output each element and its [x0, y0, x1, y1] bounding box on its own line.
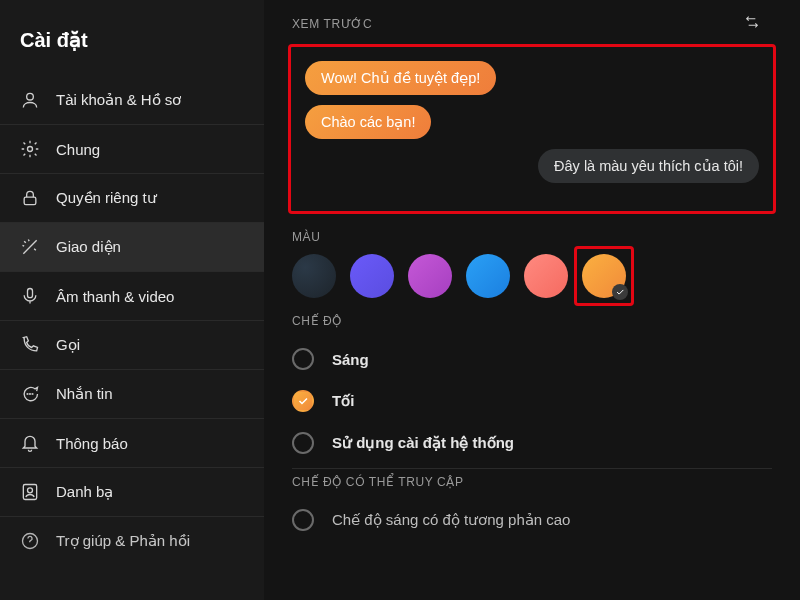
- sidebar-item-audio-video[interactable]: Âm thanh & video: [0, 272, 264, 321]
- check-icon: [612, 284, 628, 300]
- settings-title: Cài đặt: [0, 18, 264, 76]
- sidebar-item-label: Chung: [56, 141, 100, 158]
- bell-icon: [20, 433, 40, 453]
- sidebar-item-account[interactable]: Tài khoản & Hồ sơ: [0, 76, 264, 125]
- sidebar-item-label: Quyền riêng tư: [56, 189, 157, 207]
- accessibility-option-label: Chế độ sáng có độ tương phản cao: [332, 511, 570, 529]
- sidebar-item-messaging[interactable]: Nhắn tin: [0, 370, 264, 419]
- color-swatch-purple[interactable]: [350, 254, 394, 298]
- mode-option-label: Sáng: [332, 351, 369, 368]
- swap-sides-icon[interactable]: [744, 14, 760, 34]
- sidebar-item-label: Trợ giúp & Phản hồi: [56, 532, 190, 550]
- sidebar-item-label: Âm thanh & video: [56, 288, 174, 305]
- svg-point-6: [32, 394, 33, 395]
- sidebar-item-help[interactable]: Trợ giúp & Phản hồi: [0, 517, 264, 565]
- sidebar-item-label: Giao diện: [56, 238, 121, 256]
- mode-section-label: CHẾ ĐỘ: [292, 314, 772, 338]
- radio-unselected-icon: [292, 348, 314, 370]
- sidebar-item-label: Danh bạ: [56, 483, 113, 501]
- mode-option-label: Sử dụng cài đặt hệ thống: [332, 434, 514, 452]
- svg-point-4: [27, 394, 28, 395]
- svg-point-1: [28, 147, 33, 152]
- chat-icon: [20, 384, 40, 404]
- svg-rect-7: [23, 485, 36, 500]
- svg-point-0: [27, 93, 34, 100]
- mode-option-system[interactable]: Sử dụng cài đặt hệ thống: [292, 422, 772, 464]
- settings-sidebar: Cài đặt Tài khoản & Hồ sơ Chung Quyền ri…: [0, 0, 264, 600]
- sidebar-item-label: Gọi: [56, 336, 80, 354]
- contacts-icon: [20, 482, 40, 502]
- svg-point-8: [28, 488, 33, 493]
- accessibility-option-high-contrast-light[interactable]: Chế độ sáng có độ tương phản cao: [292, 499, 772, 531]
- preview-bubble-sent: Chào các bạn!: [305, 105, 431, 139]
- radio-unselected-icon: [292, 509, 314, 531]
- accessibility-section-label: CHẾ ĐỘ CÓ THỂ TRUY CẬP: [292, 475, 772, 499]
- theme-preview-box: Wow! Chủ đề tuyệt đẹp! Chào các bạn! Đây…: [288, 44, 776, 214]
- sidebar-item-calling[interactable]: Gọi: [0, 321, 264, 370]
- sidebar-item-notifications[interactable]: Thông báo: [0, 419, 264, 468]
- color-swatch-orange[interactable]: [582, 254, 626, 298]
- mic-icon: [20, 286, 40, 306]
- sidebar-item-label: Nhắn tin: [56, 385, 113, 403]
- user-icon: [20, 90, 40, 110]
- color-swatch-coral[interactable]: [524, 254, 568, 298]
- mode-option-dark[interactable]: Tối: [292, 380, 772, 422]
- sidebar-item-label: Thông báo: [56, 435, 128, 452]
- color-swatch-row: [292, 254, 772, 304]
- appearance-panel: XEM TRƯỚC Wow! Chủ đề tuyệt đẹp! Chào cá…: [264, 0, 800, 600]
- svg-rect-2: [24, 197, 36, 205]
- sidebar-item-appearance[interactable]: Giao diện: [0, 223, 264, 272]
- sidebar-item-contacts[interactable]: Danh bạ: [0, 468, 264, 517]
- color-swatch-dark[interactable]: [292, 254, 336, 298]
- gear-icon: [20, 139, 40, 159]
- mode-option-light[interactable]: Sáng: [292, 338, 772, 380]
- sidebar-item-label: Tài khoản & Hồ sơ: [56, 91, 181, 109]
- radio-unselected-icon: [292, 432, 314, 454]
- divider: [292, 468, 772, 469]
- preview-bubble-received: Đây là màu yêu thích của tôi!: [538, 149, 759, 183]
- mode-option-label: Tối: [332, 392, 354, 410]
- lock-icon: [20, 188, 40, 208]
- phone-icon: [20, 335, 40, 355]
- color-section-label: MÀU: [292, 230, 772, 254]
- wand-icon: [20, 237, 40, 257]
- color-swatch-blue[interactable]: [466, 254, 510, 298]
- sidebar-item-privacy[interactable]: Quyền riêng tư: [0, 174, 264, 223]
- preview-bubble-sent: Wow! Chủ đề tuyệt đẹp!: [305, 61, 496, 95]
- radio-selected-icon: [292, 390, 314, 412]
- svg-rect-3: [28, 289, 33, 298]
- help-icon: [20, 531, 40, 551]
- svg-point-5: [30, 394, 31, 395]
- color-swatch-magenta[interactable]: [408, 254, 452, 298]
- sidebar-item-general[interactable]: Chung: [0, 125, 264, 174]
- preview-section-label: XEM TRƯỚC: [292, 17, 372, 31]
